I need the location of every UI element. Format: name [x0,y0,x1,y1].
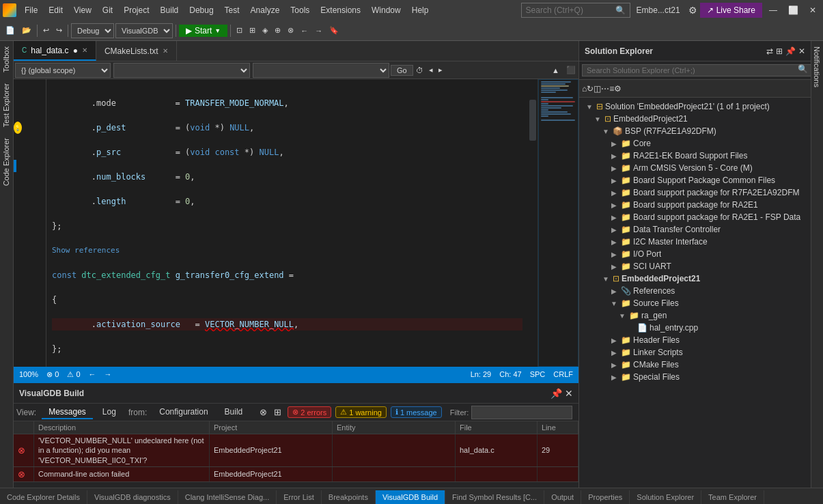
tree-i2c[interactable]: ▶ 📁 I2C Master Interface [579,236,811,248]
tab-close-2[interactable]: ✕ [163,47,168,55]
toolbar-navigate-forward[interactable]: → [312,25,325,36]
tree-linker-scripts[interactable]: ▶ 📁 Linker Scripts [579,346,811,359]
encoding[interactable]: SPC [530,370,546,378]
maximize-button[interactable]: ⬜ [784,4,803,16]
tab-close-1[interactable]: ✕ [82,46,87,54]
se-filter-button[interactable]: ⊞ [776,46,783,56]
tree-solution[interactable]: ▼ ⊟ Solution 'EmbeddedProject21' (1 of 1… [579,100,811,113]
menu-git[interactable]: Git [97,3,118,18]
se-tb-4[interactable]: ⋯ [601,84,609,94]
menu-debug[interactable]: Debug [184,3,219,18]
menu-build[interactable]: Build [155,3,184,18]
scope-dropdown[interactable]: {} (global scope) [15,63,111,78]
tree-bsp-ra2e1[interactable]: ▶ 📁 Board support package for RA2E1 [579,199,811,211]
tree-references[interactable]: ▶ 📎 References [579,285,811,297]
navigate-fwd-btn[interactable]: → [104,370,112,378]
tree-bsp-fsp[interactable]: ▶ 📁 Board support package for RA2E1 - FS… [579,211,811,223]
build-row-1[interactable]: ⊗ 'VECTOR_NUMBER_NULL' undeclared here (… [14,434,578,467]
tree-embedded-project[interactable]: ▼ ⊡ EmbeddedProject21 [579,272,811,285]
tree-dtc[interactable]: ▶ 📁 Data Transfer Controller [579,223,811,236]
se-tb-2[interactable]: ↻ [587,84,594,94]
line-ending[interactable]: CRLF [553,370,573,378]
tree-project[interactable]: ▼ ⊡ EmbeddedProject21 [579,113,811,125]
toolbox-tab[interactable]: Toolbox [0,41,13,78]
code-content[interactable]: .mode = TRANSFER_MODE_NORMAL, .p_dest = … [46,79,528,367]
build-copy-button[interactable]: ⊞ [272,406,283,418]
minimize-button[interactable]: — [765,4,781,16]
se-close-button[interactable]: ✕ [798,46,805,56]
toolbar-extra-3[interactable]: ◈ [260,25,270,36]
file-dropdown[interactable] [113,63,250,78]
tree-bsp[interactable]: ▼ 📦 BSP (R7FA2E1A92DFM) [579,125,811,137]
zoom-level[interactable]: 100% [19,370,38,378]
tree-io-port[interactable]: ▶ 📁 I/O Port [579,248,811,260]
notifications-tab[interactable]: Notifications [811,41,823,93]
platform-dropdown[interactable]: VisualGDB [115,23,173,38]
menu-view[interactable]: View [68,3,97,18]
se-pin-button[interactable]: 📌 [785,46,796,56]
se-tb-5[interactable]: ≡ [609,84,614,94]
minimap-btn[interactable]: ⬛ [563,64,578,76]
tree-header-files[interactable]: ▶ 📁 Header Files [579,334,811,346]
toolbar-extra-5[interactable]: ⊗ [285,25,296,36]
build-tab-log[interactable]: Log [96,406,123,419]
code-explorer-tab[interactable]: Code Explorer [0,132,13,191]
start-button[interactable]: ▶ Start ▼ [179,25,227,37]
bottom-tab-visualgdb-build[interactable]: VisualGDB Build [376,490,445,504]
tree-source-files[interactable]: ▼ 📁 Source Files [579,297,811,309]
tree-cmake-files[interactable]: ▶ 📁 CMake Files [579,359,811,371]
toolbar-navigate-back[interactable]: ← [298,25,311,36]
redo-button[interactable]: ↪ [53,25,65,36]
open-file-button[interactable]: 📂 [19,25,34,36]
debug-config-dropdown[interactable]: Debug [71,23,114,38]
toolbar-extra-1[interactable]: ⊡ [234,25,245,36]
menu-edit[interactable]: Edit [43,3,68,18]
menu-test[interactable]: Test [219,3,245,18]
sync-btn[interactable]: ⏱ [413,65,426,76]
bottom-tab-properties[interactable]: Properties [581,490,630,504]
build-tab-messages[interactable]: Messages [42,406,93,419]
bottom-tab-breakpoints[interactable]: Breakpoints [322,490,376,504]
tree-ra-gen[interactable]: ▼ 📁 ra_gen [579,309,811,322]
test-explorer-tab[interactable]: Test Explorer [0,78,13,132]
settings-icon[interactable]: ⚙ [688,5,697,16]
tree-ra2e1-ek[interactable]: ▶ 📁 RA2E1-EK Board Support Files [579,150,811,162]
toolbar-extra-4[interactable]: ⊕ [272,25,283,36]
se-sync-button[interactable]: ⇄ [766,46,773,56]
navigate-back-btn[interactable]: ← [89,370,96,378]
build-clear-button[interactable]: ⊗ [257,406,269,418]
tree-special-files[interactable]: ▶ 📁 Special Files [579,371,811,383]
global-search-input[interactable] [521,3,630,18]
nav-fwd-editor[interactable]: ▸ [436,64,445,76]
bottom-tab-visualgdb-diag[interactable]: VisualGDB diagnostics [87,490,178,504]
bottom-tab-find-symbol[interactable]: Find Symbol Results [C... [445,490,544,504]
bottom-tab-error-list[interactable]: Error List [277,490,322,504]
build-row-2[interactable]: ⊗ Command-line action failed EmbeddedPro… [14,467,578,482]
live-share-button[interactable]: ↗ Live Share [700,3,762,18]
bulb-icon[interactable]: 💡 [14,122,22,134]
toolbar-extra-2[interactable]: ⊞ [247,25,258,36]
bottom-tab-solution-explorer[interactable]: Solution Explorer [630,490,701,504]
scroll-up[interactable]: ▲ [549,64,562,76]
build-pin-button[interactable]: 📌 [550,388,562,399]
tab-hal-data[interactable]: C hal_data.c ● ✕ [14,41,96,61]
nav-back-editor[interactable]: ◂ [426,64,436,76]
bottom-tab-clang[interactable]: Clang IntelliSense Diag... [178,490,277,504]
close-button[interactable]: ✕ [805,4,820,16]
build-close-button[interactable]: ✕ [565,388,573,399]
bottom-tab-output[interactable]: Output [544,490,581,504]
se-tb-6[interactable]: ⚙ [614,84,622,94]
menu-tools[interactable]: Tools [285,3,315,18]
new-file-button[interactable]: 📄 [3,25,18,36]
se-tb-1[interactable]: ⌂ [582,84,587,94]
build-tab-config[interactable]: Configuration [152,406,214,419]
menu-project[interactable]: Project [118,3,154,18]
scroll-thumb[interactable] [529,100,536,141]
undo-button[interactable]: ↩ [40,25,52,36]
tab-cmake[interactable]: CMakeLists.txt ✕ [96,41,177,61]
tree-bsp-common[interactable]: ▶ 📁 Board Support Package Common Files [579,174,811,186]
menu-file[interactable]: File [19,3,43,18]
tree-arm-cmsis[interactable]: ▶ 📁 Arm CMSIS Version 5 - Core (M) [579,162,811,174]
menu-window[interactable]: Window [366,3,406,18]
symbol-dropdown[interactable] [253,63,389,78]
